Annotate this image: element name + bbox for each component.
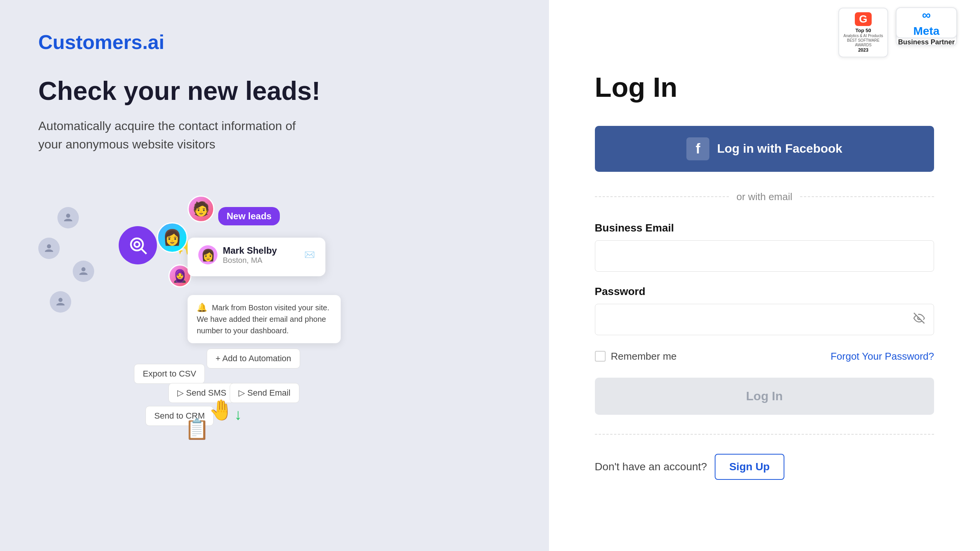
- send-email-btn[interactable]: ▷ Send Email: [230, 383, 299, 403]
- svg-point-2: [82, 267, 86, 271]
- svg-point-3: [59, 298, 63, 302]
- login-heading: Log In: [595, 72, 934, 103]
- tagline-sub: Automatically acquire the contact inform…: [38, 117, 306, 153]
- facebook-login-button[interactable]: f Log in with Facebook: [595, 126, 934, 172]
- g2-top-label: Top 50: [856, 28, 871, 34]
- login-button[interactable]: Log In: [595, 378, 934, 415]
- anon-person-3: [73, 261, 94, 282]
- wave-hand-emoji: 🤚: [209, 398, 234, 422]
- left-panel: Customers.ai Check your new leads! Autom…: [0, 0, 549, 551]
- meta-name: Meta: [913, 24, 939, 37]
- notification-text: Mark from Boston visited your site. We h…: [197, 303, 329, 335]
- email-icon: ✉️: [304, 250, 315, 260]
- remember-me-label: Remember me: [611, 350, 677, 362]
- email-divider: or with email: [595, 191, 934, 203]
- tagline-heading: Check your new leads!: [38, 77, 511, 105]
- lead-avatar: 👩: [198, 245, 217, 264]
- lead-name: Mark Shelby: [223, 245, 277, 256]
- badges-container: G Top 50 Analytics & AI Products BEST SO…: [838, 8, 957, 57]
- meta-infinity-icon: ∞: [922, 8, 931, 22]
- facebook-login-label: Log in with Facebook: [717, 142, 842, 156]
- anon-person-2: [38, 238, 60, 259]
- password-wrapper: [595, 304, 934, 335]
- divider-text: or with email: [737, 191, 792, 203]
- email-input[interactable]: [595, 240, 934, 272]
- lead-location: Boston, MA: [223, 256, 277, 265]
- signup-row: Don't have an account? Sign Up: [595, 454, 934, 480]
- svg-point-0: [66, 214, 70, 218]
- g2-badge: G Top 50 Analytics & AI Products BEST SO…: [838, 8, 888, 57]
- forgot-password-link[interactable]: Forgot Your Password?: [831, 350, 934, 362]
- email-label: Business Email: [595, 222, 934, 234]
- svg-point-6: [134, 242, 140, 247]
- lead-notification: 🔔 Mark from Boston visited your site. We…: [188, 295, 341, 343]
- meta-badge: ∞ Meta Business Partner: [896, 8, 957, 46]
- g2-sub-label: Analytics & AI Products: [843, 34, 883, 38]
- scan-circle: [119, 226, 157, 264]
- export-csv-btn[interactable]: Export to CSV: [134, 364, 205, 384]
- remember-forgot-row: Remember me Forgot Your Password?: [595, 350, 934, 362]
- g2-year-label: 2023: [858, 47, 869, 53]
- svg-point-1: [47, 244, 51, 248]
- avatar-1: 🧑: [188, 196, 214, 222]
- meta-role: Business Partner: [898, 38, 955, 46]
- lead-contact-icons: ✉️: [304, 250, 315, 260]
- g2-award-label: BEST SOFTWARE AWARDS: [843, 38, 884, 47]
- right-panel: G Top 50 Analytics & AI Products BEST SO…: [549, 0, 980, 551]
- password-label: Password: [595, 285, 934, 298]
- no-account-text: Don't have an account?: [595, 461, 707, 473]
- logo: Customers.ai: [38, 31, 511, 54]
- svg-point-4: [131, 238, 143, 251]
- remember-me-group: Remember me: [595, 350, 677, 362]
- password-input[interactable]: [595, 304, 934, 335]
- anon-person-1: [57, 207, 79, 228]
- lead-card: 👩 Mark Shelby Boston, MA ✉️: [188, 238, 325, 276]
- new-leads-badge: New leads: [218, 207, 280, 225]
- notification-icon: 🔔: [197, 303, 207, 312]
- signup-button[interactable]: Sign Up: [715, 454, 784, 480]
- svg-line-5: [142, 249, 146, 254]
- box-emoji: 📋: [185, 417, 209, 441]
- divider-line-left: [595, 196, 729, 197]
- g2-logo: G: [855, 12, 872, 26]
- facebook-icon: f: [686, 137, 709, 160]
- remember-me-checkbox[interactable]: [595, 351, 606, 362]
- divider-line-right: [800, 196, 934, 197]
- avatar-2: 👩: [157, 222, 188, 253]
- eye-icon[interactable]: [913, 312, 925, 326]
- add-to-automation-btn[interactable]: + Add to Automation: [207, 349, 300, 368]
- bottom-divider: [595, 434, 934, 435]
- arrow-down-icon: ↓: [234, 406, 242, 423]
- illustration: ✨ 🧑 👩 🧕 New leads 👩 Mark Shelby Boston, …: [38, 176, 511, 444]
- meta-logo: ∞ Meta: [896, 7, 957, 38]
- anon-person-4: [50, 291, 71, 313]
